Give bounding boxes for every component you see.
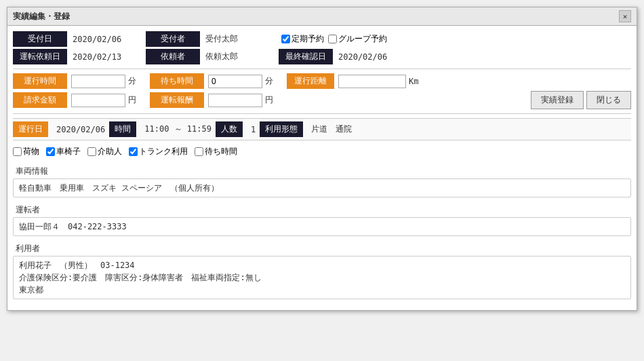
input-unkokyo[interactable] <box>338 75 406 88</box>
user-section-title: 利用者 <box>13 242 631 256</box>
option-kaijojo-input[interactable] <box>87 147 96 156</box>
main-window: 実績編集・登録 × 受付日 2020/02/06 受付者 受付太郎 定期予約 グ… <box>7 7 637 311</box>
label-hoshu: 運転報酬 <box>150 92 204 108</box>
user-line1: 利用花子 （男性） 03-1234 <box>19 259 625 271</box>
operation-row: 運行日 2020/02/06 時間 11:00 ～ 11:59 人数 1 利用形… <box>13 118 631 140</box>
divider-1 <box>13 69 631 69</box>
divider-2 <box>13 113 631 114</box>
option-kaijojo: 介助人 <box>87 146 122 157</box>
label-irai-person: 依頼者 <box>146 49 200 64</box>
input-unkojikan[interactable] <box>71 75 125 88</box>
input-seikyuu[interactable] <box>71 94 125 107</box>
value-uketsuke-person: 受付太郎 <box>200 31 268 47</box>
user-line3: 東京都 <box>19 284 625 296</box>
irai-person-pair: 依頼者 依頼太郎 <box>146 49 268 64</box>
op-label-people: 人数 <box>216 121 243 137</box>
label-uketsuke-person: 受付者 <box>146 31 200 47</box>
op-value-purpose: 通院 <box>331 122 356 136</box>
register-button[interactable]: 実績登録 <box>531 91 584 109</box>
vehicle-section-box: 軽自動車 乗用車 スズキ スペーシア （個人所有） <box>13 178 631 197</box>
driver-section: 運転者 協田一郎４ 042-222-3333 <box>13 203 631 236</box>
op-value-time: 11:00 ～ 11:59 <box>140 122 216 136</box>
value-saishuu: 2020/02/06 <box>333 50 401 64</box>
vehicle-section: 車両情報 軽自動車 乗用車 スズキ スペーシア （個人所有） <box>13 164 631 197</box>
row-untenirai: 運転依頼日 2020/02/13 依頼者 依頼太郎 最終確認日 2020/02/… <box>13 49 631 64</box>
user-section: 利用者 利用花子 （男性） 03-1234 介護保険区分:要介護 障害区分:身体… <box>13 242 631 299</box>
label-saishuu: 最終確認日 <box>279 49 333 64</box>
user-line2: 介護保険区分:要介護 障害区分:身体障害者 福祉車両指定:無し <box>19 271 625 284</box>
vehicle-content: 軽自動車 乗用車 スズキ スペーシア （個人所有） <box>14 179 630 197</box>
option-machijikan-label: 待ち時間 <box>205 146 237 157</box>
title-bar: 実績編集・登録 × <box>7 7 637 26</box>
driver-section-title: 運転者 <box>13 203 631 217</box>
checkbox-teiki: 定期予約 <box>281 33 324 45</box>
hoshu-pair: 運転報酬 円 <box>150 92 276 108</box>
checkbox-group-yoyaku-input[interactable] <box>328 35 337 43</box>
irai-date-pair: 運転依頼日 2020/02/13 <box>13 49 135 64</box>
option-trunk-input[interactable] <box>129 147 138 156</box>
driver-section-box: 協田一郎４ 042-222-3333 <box>13 217 631 236</box>
unit-hoshu: 円 <box>262 94 276 106</box>
checkbox-teiki-label: 定期予約 <box>291 33 324 45</box>
option-machijikan-input[interactable] <box>195 147 203 156</box>
unit-unkokyo: Km <box>406 77 421 86</box>
label-machijikan: 待ち時間 <box>150 73 204 89</box>
value-uketsuke-date: 2020/02/06 <box>67 33 135 46</box>
close-dialog-button[interactable]: 閉じる <box>586 91 631 109</box>
option-nimotsu: 荷物 <box>13 146 39 157</box>
unit-machijikan: 分 <box>262 75 276 87</box>
label-seikyuu: 請求金額 <box>13 92 67 108</box>
window-body: 受付日 2020/02/06 受付者 受付太郎 定期予約 グループ予約 <box>7 26 637 310</box>
uketsuke-person-pair: 受付者 受付太郎 <box>146 31 268 47</box>
row-uketsuke: 受付日 2020/02/06 受付者 受付太郎 定期予約 グループ予約 <box>13 31 631 47</box>
checkbox-group-1: 定期予約 グループ予約 <box>281 33 387 45</box>
option-machijikan: 待ち時間 <box>195 146 237 157</box>
row-jikan: 運行時間 分 待ち時間 分 運行距離 Km <box>13 73 631 89</box>
unkojikan-pair: 運行時間 分 <box>13 73 139 89</box>
option-trunk: トランク利用 <box>129 146 188 157</box>
checkbox-group-yoyaku: グループ予約 <box>328 33 387 45</box>
op-label-time: 時間 <box>109 121 136 137</box>
op-value-date: 2020/02/06 <box>52 124 109 136</box>
checkbox-group-yoyaku-label: グループ予約 <box>338 33 387 45</box>
input-machijikan[interactable] <box>208 75 262 88</box>
input-hoshu[interactable] <box>208 94 262 107</box>
option-nimotsu-input[interactable] <box>13 147 22 156</box>
checkbox-teiki-input[interactable] <box>281 35 290 43</box>
user-content: 利用花子 （男性） 03-1234 介護保険区分:要介護 障害区分:身体障害者 … <box>14 256 630 299</box>
option-kurumais-label: 車椅子 <box>56 146 81 157</box>
op-value-type: 片道 <box>307 122 331 136</box>
op-value-people: 1 <box>247 124 260 136</box>
option-kurumais-input[interactable] <box>46 147 55 156</box>
option-kurumais: 車椅子 <box>46 146 81 157</box>
unkokyo-pair: 運行距離 Km <box>287 73 421 89</box>
unit-unkojikan: 分 <box>125 75 139 87</box>
label-unkokyo: 運行距離 <box>287 73 334 89</box>
unit-seikyuu: 円 <box>125 94 139 106</box>
driver-content: 協田一郎４ 042-222-3333 <box>14 218 630 235</box>
machijikan-pair: 待ち時間 分 <box>150 73 276 89</box>
seikyuu-pair: 請求金額 円 <box>13 92 139 108</box>
window-title: 実績編集・登録 <box>13 11 70 22</box>
label-uketsuke-date: 受付日 <box>13 31 67 47</box>
label-irai-date: 運転依頼日 <box>13 49 67 64</box>
uketsuke-date-pair: 受付日 2020/02/06 <box>13 31 135 47</box>
option-kaijojo-label: 介助人 <box>98 146 122 157</box>
option-trunk-label: トランク利用 <box>139 146 188 157</box>
value-irai-person: 依頼太郎 <box>200 49 268 64</box>
row-kingaku: 請求金額 円 運転報酬 円 実績登録 閉じる <box>13 91 631 109</box>
op-label-type: 利用形態 <box>260 121 303 137</box>
op-label-date: 運行日 <box>13 121 48 137</box>
saishuu-pair: 最終確認日 2020/02/06 <box>279 49 401 64</box>
label-unkojikan: 運行時間 <box>13 73 67 89</box>
option-nimotsu-label: 荷物 <box>23 146 39 157</box>
value-irai-date: 2020/02/13 <box>67 50 135 64</box>
close-button[interactable]: × <box>619 10 631 22</box>
user-section-box: 利用花子 （男性） 03-1234 介護保険区分:要介護 障害区分:身体障害者 … <box>13 256 631 299</box>
vehicle-section-title: 車両情報 <box>13 164 631 178</box>
options-row: 荷物 車椅子 介助人 トランク利用 待ち時間 <box>13 143 631 160</box>
